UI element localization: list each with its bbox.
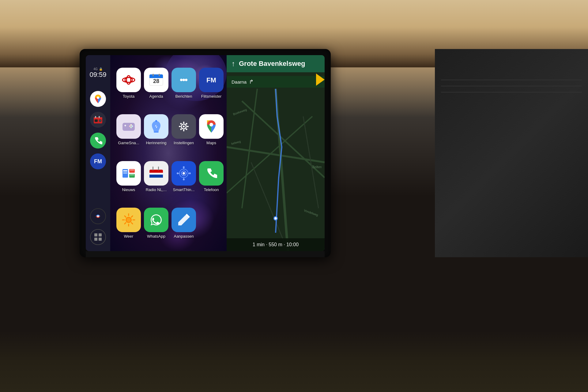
svg-point-94 (126, 218, 131, 222)
svg-text:FM: FM (206, 76, 216, 84)
nav-street-name: Grote Bavenkelsweg (239, 60, 305, 68)
svg-point-37 (129, 126, 130, 127)
svg-rect-66 (149, 173, 163, 175)
app-label-toyota: Toyota (123, 94, 134, 99)
app-empty (199, 202, 224, 245)
svg-rect-32 (123, 123, 135, 131)
svg-rect-34 (125, 125, 126, 126)
app-gamesnap[interactable]: GameSna... (116, 108, 141, 152)
sidebar-item-maps[interactable] (90, 91, 106, 107)
map-area: ↑ Grote Bavenkelsweg Daarna ↱ Boekeweg k… (227, 55, 325, 251)
sidebar: 4G 🔒 09:59 (86, 55, 110, 251)
sidebar-item-assistant[interactable] (90, 208, 106, 224)
sidebar-item-radio[interactable] (90, 112, 106, 128)
app-label-instellingen: Instellingen (174, 141, 194, 145)
svg-rect-63 (130, 175, 134, 175)
nav-header: ↑ Grote Bavenkelsweg (227, 55, 325, 72)
app-agenda[interactable]: 28 Agenda (144, 61, 168, 105)
map-eta-bar: 1 min · 550 m · 10:00 (227, 238, 325, 251)
svg-text:28: 28 (153, 78, 159, 84)
main-screen: 4G 🔒 09:59 (86, 55, 325, 251)
app-whatsapp[interactable]: WhatsApp (144, 202, 168, 245)
svg-rect-48 (187, 126, 189, 127)
lock-icon: 🔒 (99, 67, 103, 71)
app-grid-area: Toyota 28 (110, 55, 227, 251)
svg-rect-7 (99, 116, 100, 118)
svg-rect-59 (123, 173, 127, 174)
app-aanpassen[interactable]: Aanpassen (172, 202, 196, 245)
svg-point-27 (183, 79, 185, 81)
svg-rect-62 (130, 170, 134, 170)
svg-rect-40 (154, 131, 159, 133)
svg-rect-58 (123, 172, 127, 172)
nav-next-label: Daarna (232, 79, 247, 85)
app-maps[interactable]: Maps (199, 108, 224, 152)
svg-point-82 (183, 179, 185, 180)
svg-rect-47 (179, 126, 181, 127)
svg-rect-70 (158, 167, 159, 170)
app-telefoon[interactable]: Telefoon (199, 155, 224, 198)
svg-rect-23 (153, 74, 154, 76)
svg-rect-61 (129, 174, 135, 178)
sidebar-item-phone[interactable] (90, 133, 106, 149)
svg-point-74 (183, 172, 185, 175)
app-label-weer: Weer (124, 234, 134, 239)
app-flitsmeister[interactable]: FM Flitsmeister (199, 61, 224, 105)
nav-direction-icon: ↑ (232, 59, 235, 68)
status-time: 09:59 (89, 71, 106, 79)
svg-point-79 (183, 166, 185, 168)
app-label-flitsmeister: Flitsmeister (201, 94, 221, 99)
app-grid: Toyota 28 (110, 55, 227, 251)
location-dot (273, 216, 278, 221)
svg-rect-60 (129, 169, 135, 173)
svg-rect-11 (99, 233, 102, 236)
app-radio-nl[interactable]: Radio NL,... (144, 155, 168, 198)
app-label-whatsapp: WhatsApp (147, 234, 165, 239)
svg-point-80 (189, 172, 191, 174)
car-interior: 4G 🔒 09:59 (0, 0, 588, 392)
app-label-aanpassen: Aanpassen (174, 234, 194, 239)
svg-point-26 (180, 79, 183, 81)
app-label-nieuws: Nieuws (122, 187, 135, 192)
map-eta-text: 1 min · 550 m · 10:00 (253, 242, 299, 247)
app-berichten[interactable]: Berichten (172, 61, 196, 105)
app-label-maps: Maps (206, 141, 216, 145)
app-weer[interactable]: Weer (116, 202, 141, 245)
nav-sub-header: Daarna ↱ (227, 76, 325, 88)
app-label-herinnering: Herinnering (146, 141, 166, 145)
app-herinnering[interactable]: Herinnering (144, 108, 168, 152)
fm-label: FM (94, 158, 102, 165)
svg-rect-12 (94, 238, 97, 241)
svg-point-28 (185, 79, 187, 81)
bottom-bezel (86, 251, 325, 257)
app-instellingen[interactable]: Instellingen (172, 108, 196, 152)
svg-rect-83 (203, 165, 220, 182)
dashboard-bottom (0, 331, 588, 392)
svg-point-5 (100, 120, 101, 121)
right-panel (435, 49, 588, 257)
screen-bezel: 4G 🔒 09:59 (80, 49, 331, 257)
app-label-telefoon: Telefoon (204, 187, 219, 192)
app-toyota[interactable]: Toyota (116, 61, 141, 105)
svg-rect-68 (149, 176, 163, 178)
svg-point-35 (130, 124, 132, 126)
nav-turn-indicator (316, 74, 325, 86)
svg-rect-3 (95, 119, 98, 122)
svg-rect-57 (123, 170, 127, 171)
svg-rect-13 (99, 238, 102, 241)
app-label-gamesnap: GameSna... (118, 141, 139, 145)
svg-point-81 (177, 172, 179, 174)
app-smartthings[interactable]: SmartThin... (172, 155, 196, 198)
svg-rect-10 (94, 233, 97, 236)
sidebar-item-fm[interactable]: FM (90, 153, 106, 169)
svg-point-38 (130, 127, 132, 128)
app-nieuws[interactable]: Nieuws (116, 155, 141, 198)
sidebar-item-grid[interactable] (90, 229, 106, 245)
svg-rect-46 (183, 130, 184, 131)
app-label-agenda: Agenda (149, 94, 163, 99)
svg-rect-45 (183, 122, 184, 123)
svg-point-0 (97, 96, 99, 99)
svg-point-44 (183, 126, 185, 127)
app-label-smartthings: SmartThin... (173, 187, 195, 192)
svg-point-41 (155, 120, 157, 122)
